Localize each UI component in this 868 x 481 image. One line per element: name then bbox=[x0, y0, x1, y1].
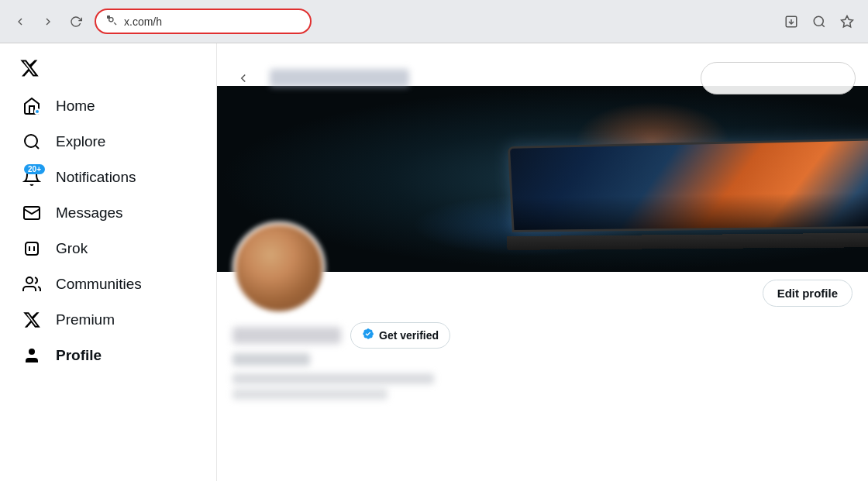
messages-label: Messages bbox=[56, 204, 123, 222]
download-button[interactable] bbox=[780, 10, 803, 33]
back-button[interactable] bbox=[9, 11, 31, 33]
home-icon bbox=[22, 96, 42, 116]
star-button[interactable] bbox=[835, 10, 859, 33]
profile-label: Profile bbox=[56, 347, 102, 364]
sidebar-item-profile[interactable]: Profile bbox=[12, 338, 204, 373]
sidebar-item-messages[interactable]: Messages bbox=[12, 195, 204, 231]
sidebar-item-communities[interactable]: Communities bbox=[12, 266, 204, 302]
svg-line-6 bbox=[822, 24, 824, 26]
get-verified-label: Get verified bbox=[379, 329, 439, 342]
communities-icon bbox=[22, 274, 42, 294]
grok-label: Grok bbox=[56, 240, 88, 257]
nav-buttons bbox=[9, 11, 87, 33]
refresh-button[interactable] bbox=[65, 11, 87, 33]
grok-icon bbox=[22, 239, 42, 259]
notification-badge: 20+ bbox=[24, 164, 45, 174]
explore-label: Explore bbox=[56, 133, 105, 150]
messages-icon bbox=[22, 203, 42, 223]
avatar bbox=[232, 222, 326, 314]
explore-icon bbox=[22, 132, 42, 152]
address-bar-wrapper bbox=[95, 9, 560, 34]
username-blurred bbox=[270, 69, 409, 88]
avatar-container bbox=[232, 222, 326, 314]
profile-icon bbox=[22, 345, 42, 366]
svg-point-14 bbox=[26, 277, 33, 283]
premium-label: Premium bbox=[56, 311, 115, 328]
laptop-body bbox=[507, 137, 868, 249]
profile-name-row: Get verified bbox=[232, 322, 852, 349]
svg-rect-11 bbox=[26, 242, 38, 255]
zoom-button[interactable] bbox=[808, 10, 831, 33]
sidebar-item-home[interactable]: Home bbox=[12, 88, 204, 124]
notifications-label: Notifications bbox=[56, 169, 136, 186]
verified-checkmark-icon bbox=[362, 328, 374, 343]
browser-chrome bbox=[0, 0, 868, 43]
svg-marker-7 bbox=[842, 15, 853, 26]
laptop-base bbox=[507, 232, 868, 250]
get-verified-button[interactable]: Get verified bbox=[350, 322, 450, 349]
svg-rect-2 bbox=[107, 15, 110, 19]
sidebar-item-explore[interactable]: Explore bbox=[12, 124, 204, 160]
forward-button[interactable] bbox=[37, 11, 59, 33]
profile-bio-blurred-2 bbox=[232, 389, 388, 400]
address-input[interactable] bbox=[124, 15, 279, 28]
communities-label: Communities bbox=[56, 276, 142, 293]
profile-handle-blurred bbox=[232, 353, 310, 366]
sidebar-item-grok[interactable]: Grok bbox=[12, 231, 204, 266]
search-box[interactable] bbox=[701, 62, 856, 94]
laptop-screen bbox=[508, 138, 868, 232]
main-content: Edit profile Get verified bbox=[217, 43, 868, 481]
browser-actions bbox=[780, 10, 859, 33]
x-logo-button[interactable] bbox=[12, 51, 46, 85]
svg-point-15 bbox=[29, 349, 35, 355]
profile-header-overlay bbox=[217, 43, 868, 113]
sidebar-item-notifications[interactable]: 20+ Notifications bbox=[12, 160, 204, 195]
address-icon bbox=[105, 14, 118, 29]
page-content: Home Explore 20+ Notifications bbox=[0, 43, 868, 481]
notifications-icon: 20+ bbox=[22, 167, 42, 187]
svg-point-5 bbox=[814, 16, 823, 26]
edit-profile-button[interactable]: Edit profile bbox=[763, 280, 852, 307]
profile-bio-blurred-1 bbox=[232, 373, 434, 384]
svg-line-9 bbox=[36, 146, 39, 149]
profile-name-blurred bbox=[232, 327, 341, 344]
profile-actions: Edit profile bbox=[763, 280, 852, 307]
sidebar-item-premium[interactable]: Premium bbox=[12, 302, 204, 338]
back-arrow[interactable] bbox=[229, 64, 257, 92]
home-label: Home bbox=[56, 98, 95, 115]
svg-point-8 bbox=[25, 135, 37, 147]
svg-line-1 bbox=[114, 22, 116, 25]
premium-icon bbox=[22, 310, 42, 330]
profile-info: Get verified bbox=[232, 322, 852, 400]
address-bar-container bbox=[95, 9, 312, 34]
sidebar: Home Explore 20+ Notifications bbox=[0, 43, 217, 481]
